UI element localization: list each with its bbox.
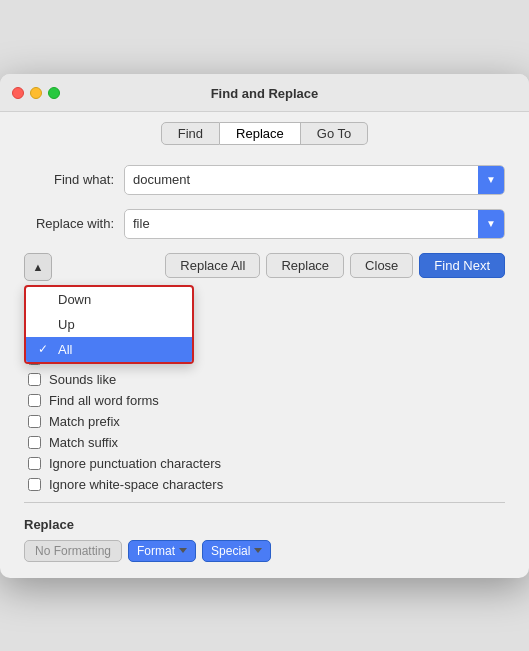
find-what-input-wrapper: ▼	[124, 165, 505, 195]
find-what-row: Find what: ▼	[24, 165, 505, 195]
tab-goto[interactable]: Go To	[301, 122, 368, 145]
match-prefix-checkbox[interactable]	[28, 415, 41, 428]
tab-replace[interactable]: Replace	[220, 122, 301, 145]
ignore-punctuation-label: Ignore punctuation characters	[49, 456, 221, 471]
expand-button[interactable]: ▲	[24, 253, 52, 281]
replace-heading: Replace	[24, 517, 505, 532]
tab-bar: Find Replace Go To	[0, 112, 529, 153]
find-next-button[interactable]: Find Next	[419, 253, 505, 278]
checkbox-row: Ignore white-space characters	[24, 477, 505, 492]
find-what-dropdown-btn[interactable]: ▼	[478, 166, 504, 194]
direction-down-label: Down	[58, 292, 91, 307]
tab-find[interactable]: Find	[161, 122, 220, 145]
traffic-lights	[12, 87, 60, 99]
ignore-whitespace-label: Ignore white-space characters	[49, 477, 223, 492]
checkbox-row: Match prefix	[24, 414, 505, 429]
replace-all-button[interactable]: Replace All	[165, 253, 260, 278]
replace-with-row: Replace with: ▼	[24, 209, 505, 239]
replace-with-dropdown-btn[interactable]: ▼	[478, 210, 504, 238]
replace-with-input-wrapper: ▼	[124, 209, 505, 239]
direction-up-option[interactable]: Up	[26, 312, 192, 337]
match-prefix-label: Match prefix	[49, 414, 120, 429]
replace-with-input[interactable]	[125, 212, 478, 235]
checkbox-row: Ignore punctuation characters	[24, 456, 505, 471]
find-what-input[interactable]	[125, 168, 478, 191]
close-button[interactable]	[12, 87, 24, 99]
format-button[interactable]: Format	[128, 540, 196, 562]
find-what-label: Find what:	[24, 172, 114, 187]
checkmark-icon: ✓	[38, 342, 52, 356]
sounds-like-checkbox[interactable]	[28, 373, 41, 386]
action-buttons: Replace All Replace Close Find Next	[60, 253, 505, 278]
ignore-punctuation-checkbox[interactable]	[28, 457, 41, 470]
replace-with-label: Replace with:	[24, 216, 114, 231]
chevron-down-icon	[254, 548, 262, 553]
special-button[interactable]: Special	[202, 540, 271, 562]
dialog-content: Find what: ▼ Replace with: ▼ ▲	[0, 153, 529, 578]
replace-button[interactable]: Replace	[266, 253, 344, 278]
chevron-down-icon: ▼	[486, 218, 496, 229]
match-suffix-checkbox[interactable]	[28, 436, 41, 449]
chevron-down-icon	[179, 548, 187, 553]
find-replace-dialog: Find and Replace Find Replace Go To Find…	[0, 74, 529, 578]
direction-dropdown: Down Up ✓ All	[24, 285, 194, 364]
chevron-up-icon: ▲	[33, 261, 44, 273]
ignore-whitespace-checkbox[interactable]	[28, 478, 41, 491]
controls-area: ▲ Replace All Replace Close Find Next Do…	[24, 253, 505, 281]
separator	[24, 502, 505, 503]
no-formatting-button[interactable]: No Formatting	[24, 540, 122, 562]
direction-all-label: All	[58, 342, 72, 357]
all-word-forms-label: Find all word forms	[49, 393, 159, 408]
replace-footer-section: Replace No Formatting Format Special	[24, 517, 505, 562]
special-label: Special	[211, 544, 250, 558]
chevron-down-icon: ▼	[486, 174, 496, 185]
all-word-forms-checkbox[interactable]	[28, 394, 41, 407]
close-button-action[interactable]: Close	[350, 253, 413, 278]
window-title: Find and Replace	[211, 86, 319, 101]
title-bar: Find and Replace	[0, 74, 529, 112]
checkbox-row: Sounds like	[24, 372, 505, 387]
direction-up-label: Up	[58, 317, 75, 332]
replace-controls: No Formatting Format Special	[24, 540, 505, 562]
sounds-like-label: Sounds like	[49, 372, 116, 387]
checkbox-row: Find all word forms	[24, 393, 505, 408]
minimize-button[interactable]	[30, 87, 42, 99]
maximize-button[interactable]	[48, 87, 60, 99]
controls-row: ▲ Replace All Replace Close Find Next	[24, 253, 505, 281]
checkbox-row: Match suffix	[24, 435, 505, 450]
format-label: Format	[137, 544, 175, 558]
match-suffix-label: Match suffix	[49, 435, 118, 450]
direction-all-option[interactable]: ✓ All	[26, 337, 192, 362]
direction-down-option[interactable]: Down	[26, 287, 192, 312]
